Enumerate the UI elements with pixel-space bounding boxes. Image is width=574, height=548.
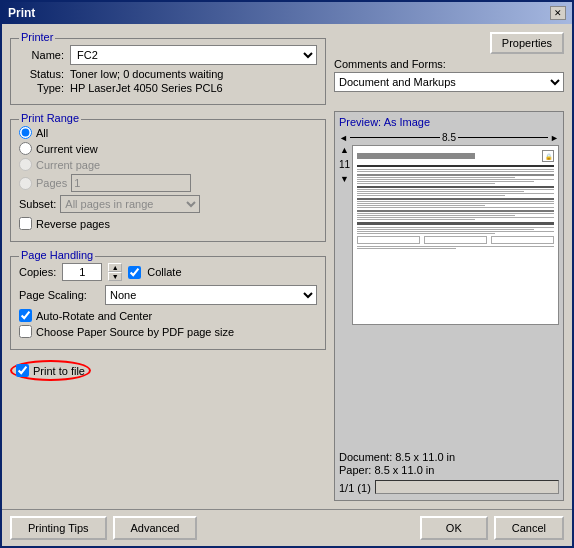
comments-forms-label: Comments and Forms: [334,58,446,70]
choose-paper-row: Choose Paper Source by PDF page size [19,325,317,338]
print-to-file-circle: Print to file [10,360,91,381]
cancel-button[interactable]: Cancel [494,516,564,540]
right-panel: Preview: As Image ◄ 8.5 ► ▲ [334,111,564,501]
page-handling-label: Page Handling [19,249,95,261]
current-page-row: Current page [19,158,317,171]
printer-group-label: Printer [19,31,55,43]
print-to-file-row: Print to file [10,356,326,385]
pages-row: Pages 1 [19,174,317,192]
copies-row: Copies: ▲ ▼ Collate [19,263,317,281]
document-info: Document: 8.5 x 11.0 in [339,451,559,463]
print-range-label: Print Range [19,112,81,124]
preview-height: 11 [339,159,350,170]
printer-status-row: Status: Toner low; 0 documents waiting [19,68,317,80]
copies-down-button[interactable]: ▼ [108,272,122,281]
pages-label: Pages [36,177,67,189]
all-label: All [36,127,48,139]
height-dimension: ▲ 11 ▼ [339,145,350,184]
close-button[interactable]: ✕ [550,6,566,20]
ok-button[interactable]: OK [420,516,488,540]
printer-group: Printer Name: FC2 Status: Toner low; 0 d… [10,38,326,105]
all-radio[interactable] [19,126,32,139]
status-label: Status: [19,68,64,80]
title-bar: Print ✕ [2,2,572,24]
width-dimension: ◄ 8.5 ► [339,132,559,143]
comments-forms-select[interactable]: Document and Markups [334,72,564,92]
print-to-file-label: Print to file [33,365,85,377]
current-page-radio[interactable] [19,158,32,171]
choose-paper-label: Choose Paper Source by PDF page size [36,326,234,338]
window-title: Print [8,6,35,20]
advanced-button[interactable]: Advanced [113,516,198,540]
pages-radio[interactable] [19,177,32,190]
top-section: Printer Name: FC2 Status: Toner low; 0 d… [10,32,564,105]
reverse-pages-label: Reverse pages [36,218,110,230]
copies-input[interactable] [62,263,102,281]
printing-tips-button[interactable]: Printing Tips [10,516,107,540]
collate-checkbox[interactable] [128,266,141,279]
page-scaling-label: Page Scaling: [19,289,99,301]
window-content: Printer Name: FC2 Status: Toner low; 0 d… [2,24,572,509]
all-radio-row: All [19,126,317,139]
page-slider-row: 1/1 (1) [339,480,559,495]
main-content: Print Range All Current view Current pag… [10,111,564,501]
reverse-pages-checkbox[interactable] [19,217,32,230]
subset-row: Subset: All pages in range [19,195,317,213]
copies-label: Copies: [19,266,56,278]
page-scaling-select[interactable]: None [105,285,317,305]
bottom-bar: Printing Tips Advanced OK Cancel [2,509,572,546]
collate-label: Collate [147,266,181,278]
printer-section-left: Printer Name: FC2 Status: Toner low; 0 d… [10,32,326,105]
type-label: Type: [19,82,64,94]
type-value: HP LaserJet 4050 Series PCL6 [70,82,317,94]
reverse-pages-row: Reverse pages [19,217,317,230]
copies-spinner: ▲ ▼ [108,263,122,281]
copies-up-button[interactable]: ▲ [108,263,122,272]
subset-label: Subset: [19,198,56,210]
current-view-radio[interactable] [19,142,32,155]
page-info: 1/1 (1) [339,482,371,494]
preview-info: Document: 8.5 x 11.0 in Paper: 8.5 x 11.… [339,451,559,496]
print-range-group: Print Range All Current view Current pag… [10,119,326,242]
auto-rotate-label: Auto-Rotate and Center [36,310,152,322]
page-handling-group: Page Handling Copies: ▲ ▼ Collate Page S… [10,256,326,350]
bottom-right-buttons: OK Cancel [420,516,564,540]
current-page-label: Current page [36,159,100,171]
bottom-left-buttons: Printing Tips Advanced [10,516,197,540]
left-panel: Print Range All Current view Current pag… [10,111,326,501]
choose-paper-checkbox[interactable] [19,325,32,338]
printer-type-row: Type: HP LaserJet 4050 Series PCL6 [19,82,317,94]
page-slider[interactable] [375,480,559,494]
preview-box: Preview: As Image ◄ 8.5 ► ▲ [334,111,564,501]
properties-button[interactable]: Properties [490,32,564,54]
current-view-row: Current view [19,142,317,155]
printer-section-right: Properties Comments and Forms: Document … [334,32,564,92]
name-label: Name: [19,49,64,61]
printer-name-select[interactable]: FC2 [70,45,317,65]
paper-info: Paper: 8.5 x 11.0 in [339,464,559,476]
auto-rotate-row: Auto-Rotate and Center [19,309,317,322]
printer-name-row: Name: FC2 [19,45,317,65]
page-preview: 🔒 [352,145,559,325]
pages-input[interactable]: 1 [71,174,191,192]
preview-title: Preview: As Image [339,116,559,128]
print-to-file-checkbox[interactable] [16,364,29,377]
auto-rotate-checkbox[interactable] [19,309,32,322]
current-view-label: Current view [36,143,98,155]
title-bar-buttons: ✕ [550,6,566,20]
subset-select[interactable]: All pages in range [60,195,200,213]
status-value: Toner low; 0 documents waiting [70,68,317,80]
preview-area: ▲ 11 ▼ 🔒 [339,145,559,447]
scaling-row: Page Scaling: None [19,285,317,305]
preview-width: 8.5 [442,132,456,143]
print-dialog: Print ✕ Printer Name: FC2 Status: [0,0,574,548]
